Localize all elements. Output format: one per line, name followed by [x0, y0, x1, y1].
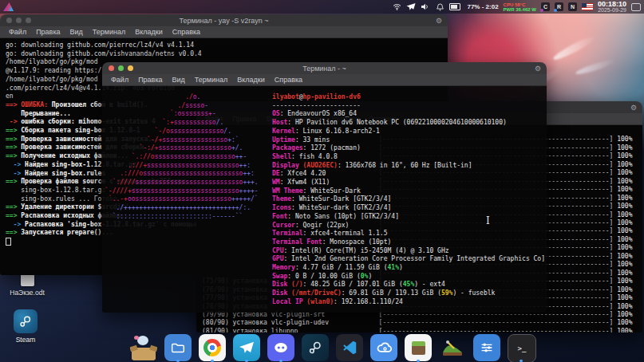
paper-plane-tray-icon[interactable] [406, 2, 416, 12]
terminal-line: Disk (/mnt/DriveC): 69.81 GiB / 119.13 G… [272, 289, 545, 298]
dock-item-steam[interactable] [302, 334, 329, 361]
terminal-line: Host: HP Pavilion dv6 Notebook PC (06922… [272, 119, 545, 128]
dock-item-minecraft[interactable] [405, 334, 432, 361]
terminal-line: Local IP (wlan0): 192.168.1.110/24 [272, 298, 545, 307]
discord-icon [267, 334, 294, 361]
menu-Вид[interactable]: Вид [168, 76, 189, 84]
terminal-line: Shell: fish 4.0.8 [272, 153, 545, 162]
gear-icon[interactable]: ⚙ [436, 17, 442, 25]
menu-Файл[interactable]: Файл [5, 28, 30, 36]
ascii-logo-line: `..-+oosssssssssssssssssssssssso+++++/` [105, 195, 259, 204]
ascii-logo-line: .://+ssssssssssssssssssssssso++: [105, 162, 259, 171]
pacman-progress-line: (80/90) установка vlc-plugin-udev [-----… [202, 319, 642, 327]
sensor-plugin[interactable]: CPU 58°C PWR 36.462 W [504, 2, 536, 12]
terminal-line: go: downloading github.com/vishvananda/n… [6, 50, 448, 59]
desktop-icon-steam[interactable]: Steam [2, 309, 49, 344]
wifi-icon[interactable] [392, 2, 401, 12]
minecraft-grass-block-icon [405, 334, 432, 361]
ascii-logo-line: `-:/+sssssssssssssssssso+/. [105, 144, 259, 153]
clock-date: 2025-09-29 [598, 7, 626, 14]
wallpaper-feather [551, 33, 598, 63]
terminal-output[interactable]: ./o. ./sssso- `:osssssss+- `:+ssssssssss… [102, 86, 547, 313]
terminal-line: Theme: WhiteSur-Dark [GTK2/3/4] [272, 195, 545, 204]
tray-dot [554, 9, 557, 12]
dock-item-vscode[interactable] [336, 334, 363, 361]
clock-widget[interactable]: 00:18:10 2025-09-29 [598, 1, 626, 14]
window-title: Терминал - ~ [102, 65, 547, 73]
desktop-file-label: НаЭкзе.odt [10, 289, 45, 297]
menu-Терминал[interactable]: Терминал [191, 76, 231, 84]
menu-Справка[interactable]: Справка [271, 76, 306, 84]
dock-item-anime-box-app[interactable] [130, 334, 157, 361]
gear-icon[interactable]: ⚙ [535, 65, 541, 73]
dock-item-settings[interactable] [473, 334, 500, 361]
volume-icon[interactable] [421, 2, 430, 12]
dock-item-terrain-launcher[interactable] [439, 334, 466, 361]
titlebar[interactable]: Терминал - yay -S v2rayn ~ ⚙ [0, 14, 448, 26]
menu-Файл[interactable]: Файл [107, 76, 132, 84]
terminal-line: Kernel: Linux 6.16.8-arch2-1 [272, 128, 545, 136]
endeavouros-menu-icon[interactable] [3, 2, 14, 11]
window-title: Терминал - yay -S v2rayn ~ [0, 17, 448, 25]
mouse-ibeam-cursor: I [486, 215, 490, 226]
anime-box-icon [132, 340, 156, 360]
ascii-logo-line: `-/+sssssssssssssssso+:` [105, 136, 259, 145]
ascii-logo-line: ./sssso- [105, 102, 259, 111]
ascii-logo-line: ./o. [105, 93, 259, 102]
steam-icon [14, 309, 38, 333]
terminal-line: go: downloading github.com/pierrec/lz4/v… [6, 41, 448, 50]
gear-icon[interactable]: ⚙ [630, 104, 637, 112]
dock-item-terminal[interactable]: >_ [508, 334, 535, 361]
steam-icon [302, 334, 329, 361]
dock-item-chrome[interactable] [199, 334, 226, 361]
terminal-line: CPU: Intel(R) Core(TM) i5-2450M (4) @ 3.… [272, 247, 545, 256]
ascii-logo-line: `:////ssssssssssssssssssssssssssso+++. [105, 179, 259, 187]
tray-app-c-icon[interactable]: C [541, 2, 550, 11]
desktop-icon-label: Steam [16, 336, 36, 344]
vscode-icon [336, 334, 363, 361]
notification-bell-icon[interactable] [435, 2, 444, 12]
terminal-line: Terminal: xfce4-terminal 1.1.5 [272, 230, 545, 238]
terminal-line: Swap: 0 B / 10.00 GiB (0%) [272, 273, 545, 281]
ascii-logo-line: `:::::::::::::::::::::::::------`` [105, 213, 259, 222]
menu-Справка[interactable]: Справка [168, 28, 204, 36]
menu-Вкладки[interactable]: Вкладки [131, 28, 167, 36]
ascii-logo-line: .:///ossssssssssssssssssssssssso++: [105, 170, 259, 179]
ascii-logo-line: `:osssssss+- [105, 110, 259, 119]
menu-Вкладки[interactable]: Вкладки [233, 76, 269, 84]
terminal-line: Cursor: Qogir (22px) [272, 222, 545, 230]
terminal-line: WM: Xfwm4 (X11) [272, 179, 545, 187]
terminal-line: Memory: 4.77 GiB / 11.59 GiB (41%) [272, 264, 545, 273]
battery-status[interactable]: 77% - 2:02 [467, 3, 498, 10]
dock-item-cloud-app[interactable] [370, 334, 397, 361]
top-panel: 77% - 2:02 CPU 58°C PWR 36.462 W C R N 0… [0, 0, 644, 14]
terminal-line: OS: EndeavourOS x86_64 [272, 110, 545, 119]
terminal-line: DE: Xfce4 4.20 [272, 170, 545, 179]
dock-item-discord[interactable] [267, 334, 294, 361]
terminal-line: ilyabot@hp-pavilion-dv6 [272, 93, 545, 102]
dock: >_ [130, 334, 535, 361]
us-flag-keyboard-layout-icon[interactable] [582, 3, 593, 10]
terrain-launcher-icon [439, 334, 466, 361]
dock-item-telegram[interactable] [233, 334, 260, 361]
show-desktop-button[interactable] [631, 3, 641, 11]
tray-app-n-icon[interactable]: N [568, 2, 577, 11]
battery-icon[interactable] [449, 2, 462, 12]
terminal-line: ----------------------- [272, 102, 545, 111]
telegram-icon [233, 334, 260, 361]
dock-item-file-manager[interactable] [164, 334, 192, 361]
pacman-progress-line: (81/90) установка libupnp [-------------… [202, 328, 642, 332]
ascii-logo-line: `:+sssssssssso/. [105, 119, 259, 128]
desktop-screen: 77% - 2:02 CPU 58°C PWR 36.462 W C R N 0… [0, 0, 644, 362]
tray-app-r-icon[interactable]: R [555, 2, 563, 11]
power-draw: PWR 36.462 W [504, 7, 536, 12]
menubar: ФайлПравкаВидТерминалВкладкиСправка [0, 26, 448, 38]
terminal-window-fastfetch[interactable]: Терминал - ~ ⚙ ФайлПравкаВидТерминалВкла… [102, 62, 547, 313]
menu-Вид[interactable]: Вид [66, 28, 87, 36]
tray-dot [540, 9, 543, 12]
menu-Правка[interactable]: Правка [134, 76, 166, 84]
menu-Терминал[interactable]: Терминал [89, 28, 129, 36]
menu-Правка[interactable]: Правка [32, 28, 64, 36]
titlebar[interactable]: Терминал - ~ ⚙ [102, 62, 547, 74]
ascii-logo-line: `-////+ssssssssssssssssssssssssssso++++- [105, 187, 259, 196]
